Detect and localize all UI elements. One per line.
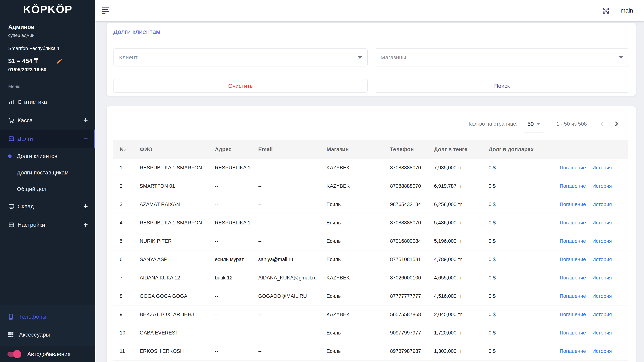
sidebar-subitem-client-debts[interactable]: Долги клиентов	[0, 148, 95, 164]
search-button[interactable]: Поиск	[375, 79, 629, 93]
history-link[interactable]: История	[592, 257, 612, 262]
table-row: 7 AIDANA KUKA 12 butik 12 AIDANA_KUKA@gm…	[113, 269, 628, 287]
collapse-minus-icon[interactable]: −	[83, 135, 88, 143]
cell-debt-tenge: 7,935,000 тг	[434, 165, 488, 171]
sidebar-item-warehouse[interactable]: Склад +	[0, 197, 95, 216]
table-row: 3 AZAMAT RAIXAN -- -- Есиль 98765432134 …	[113, 195, 628, 214]
col-header-address: Адрес	[215, 146, 258, 153]
sidebar-item-debts[interactable]: Долги −	[0, 130, 95, 148]
next-page-icon[interactable]	[612, 119, 621, 128]
expand-plus-icon[interactable]: +	[83, 116, 88, 124]
cell-email: --	[258, 183, 326, 189]
monitor-icon	[8, 203, 15, 210]
history-link[interactable]: История	[592, 293, 612, 299]
active-dot-icon	[8, 154, 12, 158]
table-row: 11 ERKOSH ERKOSH -- -- Есиль 89787987987…	[113, 342, 628, 360]
expand-plus-icon[interactable]: +	[83, 203, 88, 210]
cell-debt-usd: 0 $	[488, 275, 545, 281]
sidebar-subitem-total-debt[interactable]: Общий долг	[0, 181, 95, 197]
history-link[interactable]: История	[592, 202, 612, 207]
table-body: 1 RESPUBLIKA 1 SMARFON RESPUBLIKA 1 -- K…	[113, 159, 628, 360]
cell-shop: KAZYBEK	[326, 165, 390, 171]
sidebar-item-phones[interactable]: Телефоны	[0, 308, 95, 326]
cell-phone: 56575587868	[390, 312, 434, 317]
repay-link[interactable]: Погашение	[560, 312, 586, 317]
pencil-icon[interactable]	[56, 58, 63, 64]
cell-num: 11	[113, 348, 140, 354]
menu-section-label: Меню	[0, 84, 95, 89]
shops-select-placeholder: Магазины	[380, 54, 406, 61]
sidebar-item-cash[interactable]: Касса +	[0, 111, 95, 130]
auto-add-row: Автодобавление	[0, 346, 95, 362]
table-row: 2 SMARTFON 01 -- -- KAZYBEK 87088888070 …	[113, 177, 628, 195]
pagination-range: 1 - 50 из 508	[556, 121, 587, 127]
cell-debt-usd: 0 $	[488, 165, 545, 171]
client-select[interactable]: Клиент	[113, 49, 368, 67]
cell-shop: Есиль	[326, 348, 390, 354]
repay-link[interactable]: Погашение	[560, 275, 586, 281]
repay-link[interactable]: Погашение	[560, 330, 586, 336]
repay-link[interactable]: Погашение	[560, 202, 586, 207]
clear-button[interactable]: Очистить	[113, 79, 368, 93]
cell-num: 2	[113, 183, 140, 189]
shops-select[interactable]: Магазины	[375, 49, 629, 67]
cell-address: RESPUBLIKA 1	[215, 220, 258, 226]
repay-link[interactable]: Погашение	[560, 220, 586, 226]
repay-link[interactable]: Погашение	[560, 238, 586, 244]
user-shop: Smartfon Республика 1	[8, 46, 87, 51]
sidebar-subitem-label: Общий долг	[17, 186, 48, 192]
repay-link[interactable]: Погашение	[560, 293, 586, 299]
cell-address: butik 12	[215, 275, 258, 281]
cell-debt-tenge: 4,655,000 тг	[434, 275, 488, 281]
cell-shop: Есиль	[326, 330, 390, 336]
repay-link[interactable]: Погашение	[560, 183, 586, 189]
cell-debt-usd: 0 $	[488, 293, 545, 299]
table-row: 5 NURIK PITER -- -- Есиль 87016800084 5,…	[113, 232, 628, 250]
repay-link[interactable]: Погашение	[560, 348, 586, 354]
app-logo: KÖPKÖP	[0, 3, 95, 16]
sidebar-item-label: Аксессуары	[19, 331, 50, 338]
history-link[interactable]: История	[592, 312, 612, 317]
auto-add-label: Автодобавление	[27, 351, 71, 357]
history-link[interactable]: История	[592, 238, 612, 244]
cell-email: GOGAOO@MAIL.RU	[258, 293, 326, 299]
expand-plus-icon[interactable]: +	[83, 221, 88, 229]
sidebar-item-statistics[interactable]: Статистика	[0, 93, 95, 111]
history-link[interactable]: История	[592, 275, 612, 281]
table-row: 8 GOGA GOGA GOGA -- GOGAOO@MAIL.RU Есиль…	[113, 287, 628, 305]
history-link[interactable]: История	[592, 165, 612, 171]
sidebar-item-accessories[interactable]: Аксессуары	[0, 326, 95, 344]
cell-name: SMARTFON 01	[140, 183, 215, 189]
cell-debt-usd: 0 $	[488, 202, 545, 207]
workspace-name[interactable]: main	[621, 7, 633, 14]
cell-debt-usd: 0 $	[488, 348, 545, 354]
cell-actions: Погашение История	[545, 257, 628, 262]
cell-shop: Есиль	[326, 238, 390, 244]
history-link[interactable]: История	[592, 348, 612, 354]
repay-link[interactable]: Погашение	[560, 257, 586, 262]
cell-actions: Погашение История	[545, 238, 628, 244]
cell-email: --	[258, 330, 326, 336]
history-link[interactable]: История	[592, 220, 612, 226]
sidebar-item-label: Долги	[18, 136, 83, 142]
rate-date: 01/05/2023 16:50	[8, 67, 87, 73]
cell-name: RESPUBLIKA 1 SMARFON	[140, 165, 215, 171]
table-card: Кол-во на странице: 50 1 - 50 из 508	[106, 106, 636, 362]
prev-page-icon[interactable]	[598, 119, 606, 128]
repay-link[interactable]: Погашение	[560, 165, 586, 171]
sidebar-subitem-supplier-debts[interactable]: Долги поставщикам	[0, 164, 95, 181]
menu-toggle-icon[interactable]	[102, 8, 109, 14]
fullscreen-icon[interactable]	[602, 7, 610, 15]
col-header-num: №	[113, 146, 140, 153]
cell-actions: Погашение История	[545, 202, 628, 207]
history-link[interactable]: История	[592, 330, 612, 336]
sidebar-item-settings[interactable]: Настройки +	[0, 216, 95, 234]
auto-add-toggle[interactable]	[8, 352, 20, 356]
col-header-debt-tenge: Долг в тенге	[434, 146, 488, 153]
per-page-select[interactable]: 50	[523, 115, 545, 133]
col-header-email: Email	[258, 146, 326, 153]
cell-actions: Погашение История	[545, 312, 628, 317]
caret-down-icon	[537, 123, 540, 125]
cell-shop: KAZYBEK	[326, 312, 390, 317]
history-link[interactable]: История	[592, 183, 612, 189]
